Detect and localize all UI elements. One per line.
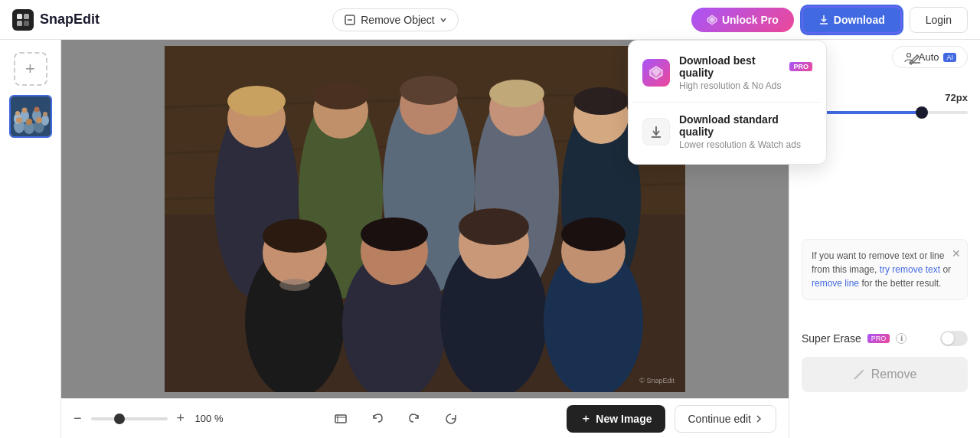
chevron-right-icon: [754, 414, 763, 423]
toggle-knob: [942, 332, 954, 345]
watermark: © SnapEdit: [639, 377, 675, 384]
logo-area: SnapEdit: [12, 9, 100, 31]
remove-text-link[interactable]: try remove text: [880, 264, 943, 275]
svg-point-44: [573, 87, 629, 115]
size-thumb[interactable]: [916, 106, 928, 119]
svg-point-50: [361, 217, 428, 251]
svg-rect-3: [24, 21, 29, 26]
logo-icon: [12, 9, 34, 31]
download-arrow-icon: [649, 125, 663, 139]
svg-point-57: [279, 279, 310, 291]
header: SnapEdit Remove Object Unlock Pro: [0, 0, 980, 40]
sidebar-left: +: [0, 40, 61, 438]
svg-point-23: [15, 111, 20, 116]
remove-object-button[interactable]: Remove Object: [332, 8, 458, 31]
download-best-quality-title: Download best quality PRO: [679, 54, 812, 79]
svg-line-63: [854, 373, 861, 379]
svg-point-43: [489, 80, 544, 107]
info-text-2: or: [942, 264, 951, 275]
zoom-value: 100 %: [194, 413, 224, 424]
login-button[interactable]: Login: [910, 7, 968, 33]
svg-point-41: [313, 82, 368, 110]
svg-rect-1: [24, 14, 29, 19]
svg-point-47: [263, 219, 327, 253]
remove-button[interactable]: Remove: [802, 357, 968, 392]
svg-point-53: [459, 208, 529, 245]
reset-button[interactable]: [439, 407, 463, 431]
download-best-quality-subtitle: High resolution & No Ads: [679, 80, 812, 91]
image-thumbnail[interactable]: [9, 95, 52, 138]
add-image-button[interactable]: +: [14, 52, 47, 86]
zoom-plus-button[interactable]: +: [177, 410, 185, 427]
download-button[interactable]: Download: [802, 6, 902, 34]
header-right: Unlock Pro Download Login: [691, 6, 968, 34]
svg-rect-2: [17, 21, 22, 26]
remove-line-link[interactable]: remove line: [812, 278, 861, 289]
ai-badge: AI: [943, 53, 956, 62]
continue-edit-button[interactable]: Continue edit: [675, 405, 776, 433]
remove-object-icon: [344, 14, 356, 26]
svg-point-21: [21, 108, 27, 113]
close-info-button[interactable]: ✕: [952, 246, 961, 262]
pro-tag: PRO: [789, 62, 812, 71]
bottom-actions: [234, 407, 557, 431]
header-center: Remove Object: [109, 8, 682, 31]
download-icon: [818, 15, 829, 25]
svg-point-20: [36, 117, 42, 123]
unlock-pro-button[interactable]: Unlock Pro: [691, 8, 794, 32]
reset-icon: [444, 412, 458, 426]
svg-point-22: [34, 107, 39, 113]
svg-rect-58: [335, 415, 346, 423]
info-text-3: for the better result.: [861, 278, 941, 289]
wand-icon: [853, 368, 865, 381]
undo-button[interactable]: [365, 407, 390, 431]
super-erase-toggle[interactable]: [940, 331, 968, 346]
download-best-quality-text: Download best quality PRO High resolutio…: [679, 54, 812, 91]
zoom-minus-button[interactable]: −: [74, 410, 82, 427]
canvas-svg: [165, 46, 685, 392]
download-best-quality-option[interactable]: Download best quality PRO High resolutio…: [633, 45, 822, 100]
standard-download-icon: [642, 118, 670, 145]
svg-point-17: [41, 115, 49, 126]
undo-icon: [371, 412, 384, 426]
new-image-button[interactable]: ＋ New Image: [567, 405, 665, 433]
svg-point-24: [43, 112, 47, 116]
app-name: SnapEdit: [40, 11, 100, 28]
super-erase-label: Super Erase: [802, 332, 861, 345]
zoom-slider[interactable]: [91, 417, 168, 420]
download-standard-quality-subtitle: Lower resolution & Watch ads: [679, 139, 812, 150]
info-icon-button[interactable]: ℹ: [896, 333, 906, 344]
svg-point-18: [16, 117, 22, 123]
thumbnail-image: [11, 97, 50, 136]
bottom-bar: − + 100 %: [61, 398, 789, 438]
size-value: 72px: [945, 92, 968, 103]
download-standard-quality-text: Download standard quality Lower resoluti…: [679, 113, 812, 150]
dropdown-divider: [633, 102, 822, 103]
diamond-icon: [648, 65, 664, 80]
download-dropdown: Download best quality PRO High resolutio…: [628, 40, 827, 165]
super-erase-row: Super Erase PRO ℹ: [802, 331, 968, 346]
pro-badge: PRO: [867, 334, 890, 343]
redo-button[interactable]: [402, 407, 426, 431]
layers-icon: [334, 412, 348, 426]
download-standard-quality-option[interactable]: Download standard quality Lower resoluti…: [633, 104, 822, 159]
svg-point-62: [906, 53, 910, 57]
redo-icon: [407, 412, 421, 426]
svg-point-19: [26, 119, 32, 125]
pro-download-icon: [642, 59, 670, 87]
svg-point-56: [561, 217, 626, 251]
person-icon: [903, 52, 914, 63]
auto-button[interactable]: Auto AI: [892, 46, 968, 68]
info-box: ✕ If you want to remove text or line fro…: [802, 239, 968, 300]
download-standard-quality-title: Download standard quality: [679, 113, 812, 138]
layers-button[interactable]: [328, 407, 353, 431]
thumbnail-preview: [11, 96, 51, 136]
chevron-down-icon: [439, 16, 447, 24]
gem-icon: [707, 15, 717, 25]
zoom-thumb[interactable]: [114, 413, 125, 424]
svg-point-40: [227, 86, 286, 116]
svg-point-65: [860, 371, 863, 374]
svg-point-42: [400, 76, 458, 105]
canvas-image: © SnapEdit: [165, 46, 685, 392]
svg-rect-0: [17, 14, 22, 19]
